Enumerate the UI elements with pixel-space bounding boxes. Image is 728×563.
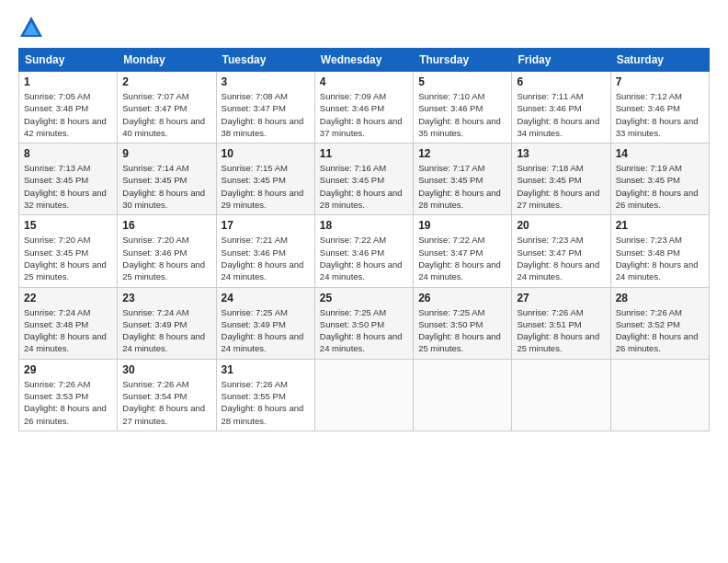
week-row-3: 15 Sunrise: 7:20 AMSunset: 3:45 PMDaylig…: [19, 215, 710, 287]
day-cell: 25 Sunrise: 7:25 AMSunset: 3:50 PMDaylig…: [314, 287, 413, 359]
day-info: Sunrise: 7:23 AMSunset: 3:47 PMDaylight:…: [517, 235, 599, 282]
day-cell: 22 Sunrise: 7:24 AMSunset: 3:48 PMDaylig…: [19, 287, 118, 359]
day-number: 28: [616, 292, 704, 304]
day-number: 16: [122, 219, 210, 232]
day-number: 2: [122, 75, 210, 88]
day-info: Sunrise: 7:20 AMSunset: 3:45 PMDaylight:…: [24, 235, 107, 282]
day-cell: 3 Sunrise: 7:08 AMSunset: 3:47 PMDayligh…: [216, 72, 314, 144]
logo: [18, 15, 48, 40]
day-number: 6: [517, 75, 605, 88]
day-cell: 31 Sunrise: 7:26 AMSunset: 3:55 PMDaylig…: [216, 359, 314, 431]
day-cell: 21 Sunrise: 7:23 AMSunset: 3:48 PMDaylig…: [610, 215, 709, 287]
day-number: 3: [222, 75, 310, 88]
day-number: 27: [517, 292, 605, 304]
day-number: 20: [517, 219, 605, 232]
weekday-header-row: SundayMondayTuesdayWednesdayThursdayFrid…: [19, 49, 710, 72]
week-row-1: 1 Sunrise: 7:05 AMSunset: 3:48 PMDayligh…: [19, 72, 710, 144]
day-cell: 17 Sunrise: 7:21 AMSunset: 3:46 PMDaylig…: [216, 215, 314, 287]
weekday-header-thursday: Thursday: [414, 49, 512, 72]
day-cell: [314, 359, 413, 431]
day-info: Sunrise: 7:05 AMSunset: 3:48 PMDaylight:…: [24, 91, 107, 138]
day-number: 11: [320, 147, 408, 160]
day-info: Sunrise: 7:15 AMSunset: 3:45 PMDaylight:…: [222, 163, 304, 210]
day-cell: 9 Sunrise: 7:14 AMSunset: 3:45 PMDayligh…: [118, 144, 216, 215]
day-info: Sunrise: 7:26 AMSunset: 3:54 PMDaylight:…: [122, 379, 205, 426]
weekday-header-tuesday: Tuesday: [216, 49, 314, 72]
weekday-header-saturday: Saturday: [610, 49, 709, 72]
day-number: 10: [222, 147, 310, 160]
day-cell: 2 Sunrise: 7:07 AMSunset: 3:47 PMDayligh…: [118, 72, 216, 144]
day-number: 13: [517, 147, 605, 160]
day-number: 26: [418, 292, 506, 304]
day-info: Sunrise: 7:24 AMSunset: 3:48 PMDaylight:…: [24, 307, 107, 354]
day-number: 29: [24, 363, 112, 376]
day-number: 31: [222, 363, 310, 376]
weekday-header-sunday: Sunday: [19, 49, 118, 72]
day-cell: 14 Sunrise: 7:19 AMSunset: 3:45 PMDaylig…: [610, 144, 709, 215]
day-info: Sunrise: 7:12 AMSunset: 3:46 PMDaylight:…: [616, 91, 699, 138]
week-row-5: 29 Sunrise: 7:26 AMSunset: 3:53 PMDaylig…: [19, 359, 710, 431]
day-cell: 28 Sunrise: 7:26 AMSunset: 3:52 PMDaylig…: [610, 287, 709, 359]
day-info: Sunrise: 7:23 AMSunset: 3:48 PMDaylight:…: [616, 235, 699, 282]
day-number: 25: [320, 292, 408, 304]
logo-icon: [18, 15, 44, 40]
day-number: 7: [616, 75, 704, 88]
day-cell: 1 Sunrise: 7:05 AMSunset: 3:48 PMDayligh…: [19, 72, 118, 144]
day-number: 5: [418, 75, 506, 88]
day-cell: 16 Sunrise: 7:20 AMSunset: 3:46 PMDaylig…: [118, 215, 216, 287]
day-cell: 4 Sunrise: 7:09 AMSunset: 3:46 PMDayligh…: [314, 72, 413, 144]
day-cell: 11 Sunrise: 7:16 AMSunset: 3:45 PMDaylig…: [314, 144, 413, 215]
day-number: 22: [24, 292, 112, 304]
day-cell: 10 Sunrise: 7:15 AMSunset: 3:45 PMDaylig…: [216, 144, 314, 215]
day-cell: 5 Sunrise: 7:10 AMSunset: 3:46 PMDayligh…: [414, 72, 512, 144]
day-cell: 13 Sunrise: 7:18 AMSunset: 3:45 PMDaylig…: [512, 144, 610, 215]
day-info: Sunrise: 7:21 AMSunset: 3:46 PMDaylight:…: [222, 235, 304, 282]
weekday-header-monday: Monday: [118, 49, 216, 72]
day-cell: 18 Sunrise: 7:22 AMSunset: 3:46 PMDaylig…: [314, 215, 413, 287]
day-info: Sunrise: 7:07 AMSunset: 3:47 PMDaylight:…: [122, 91, 205, 138]
day-info: Sunrise: 7:14 AMSunset: 3:45 PMDaylight:…: [122, 163, 205, 210]
weekday-header-wednesday: Wednesday: [314, 49, 413, 72]
day-cell: 7 Sunrise: 7:12 AMSunset: 3:46 PMDayligh…: [610, 72, 709, 144]
day-info: Sunrise: 7:25 AMSunset: 3:50 PMDaylight:…: [320, 307, 403, 354]
week-row-4: 22 Sunrise: 7:24 AMSunset: 3:48 PMDaylig…: [19, 287, 710, 359]
day-cell: 27 Sunrise: 7:26 AMSunset: 3:51 PMDaylig…: [512, 287, 610, 359]
day-cell: [610, 359, 709, 431]
day-number: 9: [122, 147, 210, 160]
day-cell: 29 Sunrise: 7:26 AMSunset: 3:53 PMDaylig…: [19, 359, 118, 431]
day-number: 24: [222, 292, 310, 304]
day-number: 17: [222, 219, 310, 232]
day-cell: 8 Sunrise: 7:13 AMSunset: 3:45 PMDayligh…: [19, 144, 118, 215]
day-info: Sunrise: 7:24 AMSunset: 3:49 PMDaylight:…: [122, 307, 205, 354]
day-info: Sunrise: 7:20 AMSunset: 3:46 PMDaylight:…: [122, 235, 205, 282]
day-cell: [512, 359, 610, 431]
day-info: Sunrise: 7:22 AMSunset: 3:46 PMDaylight:…: [320, 235, 403, 282]
day-info: Sunrise: 7:16 AMSunset: 3:45 PMDaylight:…: [320, 163, 403, 210]
day-number: 18: [320, 219, 408, 232]
day-info: Sunrise: 7:25 AMSunset: 3:49 PMDaylight:…: [222, 307, 304, 354]
day-number: 23: [122, 292, 210, 304]
day-cell: [414, 359, 512, 431]
header-row: [18, 15, 710, 40]
day-number: 30: [122, 363, 210, 376]
day-info: Sunrise: 7:26 AMSunset: 3:52 PMDaylight:…: [616, 307, 699, 354]
day-info: Sunrise: 7:22 AMSunset: 3:47 PMDaylight:…: [418, 235, 501, 282]
calendar-table: SundayMondayTuesdayWednesdayThursdayFrid…: [18, 48, 710, 431]
day-cell: 26 Sunrise: 7:25 AMSunset: 3:50 PMDaylig…: [414, 287, 512, 359]
day-number: 15: [24, 219, 112, 232]
day-number: 19: [418, 219, 506, 232]
week-row-2: 8 Sunrise: 7:13 AMSunset: 3:45 PMDayligh…: [19, 144, 710, 215]
day-info: Sunrise: 7:18 AMSunset: 3:45 PMDaylight:…: [517, 163, 599, 210]
day-number: 1: [24, 75, 112, 88]
weekday-header-friday: Friday: [512, 49, 610, 72]
day-info: Sunrise: 7:10 AMSunset: 3:46 PMDaylight:…: [418, 91, 501, 138]
day-number: 21: [616, 219, 704, 232]
day-info: Sunrise: 7:26 AMSunset: 3:53 PMDaylight:…: [24, 379, 107, 426]
day-info: Sunrise: 7:26 AMSunset: 3:55 PMDaylight:…: [222, 379, 304, 426]
day-number: 12: [418, 147, 506, 160]
day-info: Sunrise: 7:13 AMSunset: 3:45 PMDaylight:…: [24, 163, 107, 210]
day-cell: 20 Sunrise: 7:23 AMSunset: 3:47 PMDaylig…: [512, 215, 610, 287]
page: SundayMondayTuesdayWednesdayThursdayFrid…: [0, 0, 728, 563]
day-cell: 24 Sunrise: 7:25 AMSunset: 3:49 PMDaylig…: [216, 287, 314, 359]
day-info: Sunrise: 7:17 AMSunset: 3:45 PMDaylight:…: [418, 163, 501, 210]
